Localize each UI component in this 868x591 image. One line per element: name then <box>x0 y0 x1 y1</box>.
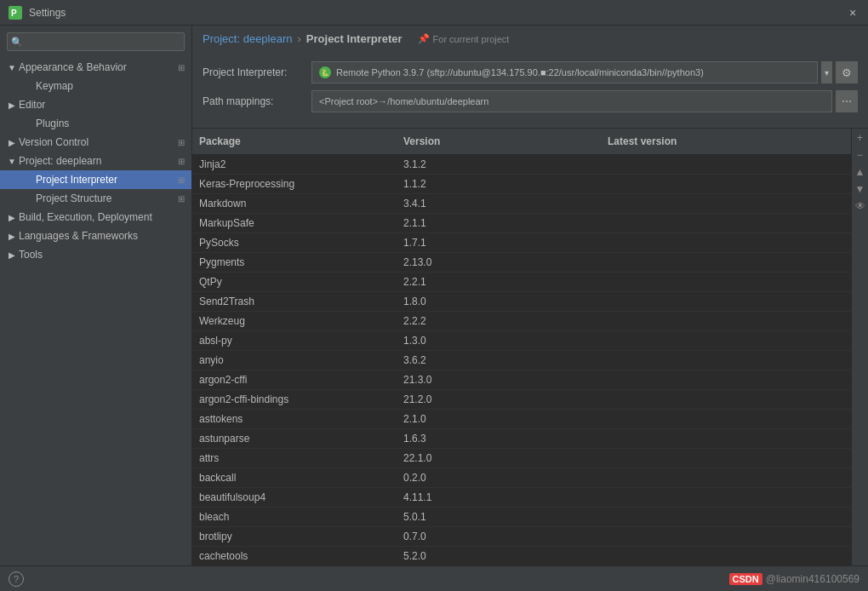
cell-latest <box>601 337 851 344</box>
sidebar-item-label: Project: deeplearn <box>19 155 174 167</box>
table-row[interactable]: Keras-Preprocessing 1.1.2 <box>192 175 868 194</box>
table-row[interactable]: Pygments 2.13.0 <box>192 253 868 273</box>
sidebar-item-languages[interactable]: ▶ Languages & Frameworks <box>0 227 191 245</box>
sidebar-item-project[interactable]: ▼ Project: deeplearn ⊞ <box>0 152 191 170</box>
cell-package: Pygments <box>192 253 397 272</box>
table-row[interactable]: absl-py 1.3.0 <box>192 331 868 351</box>
cell-version: 1.1.2 <box>397 175 601 193</box>
cell-package: Keras-Preprocessing <box>192 175 397 193</box>
table-row[interactable]: QtPy 2.2.1 <box>192 273 868 292</box>
for-current-text: For current project <box>433 34 510 44</box>
table-row[interactable]: backcall 0.2.0 <box>192 468 868 488</box>
cell-package: asttokens <box>192 410 397 428</box>
for-current-label: 📌 For current project <box>418 33 510 44</box>
table-row[interactable]: asttokens 2.1.0 <box>192 410 868 429</box>
table-row[interactable]: argon2-cffi 21.3.0 <box>192 370 868 390</box>
cell-latest <box>601 494 851 501</box>
sidebar-item-label: Project Structure <box>36 192 174 204</box>
cell-package: attrs <box>192 449 397 468</box>
cell-version: 3.1.2 <box>397 155 601 174</box>
cell-version: 3.4.1 <box>397 194 601 213</box>
search-box[interactable]: 🔍 <box>7 32 185 51</box>
sidebar-item-plugins[interactable]: Plugins <box>0 114 191 133</box>
cell-version: 2.13.0 <box>397 253 601 272</box>
close-button[interactable]: × <box>846 6 859 20</box>
cell-latest <box>601 181 851 187</box>
watermark-user: @liaomin416100569 <box>766 573 859 585</box>
content-area: Project: deeplearn › Project Interpreter… <box>192 26 868 565</box>
cell-package: Markdown <box>192 194 397 213</box>
table-row[interactable]: brotlipy 0.7.0 <box>192 527 868 547</box>
sidebar-item-project-interpreter[interactable]: Project Interpreter ⊞ <box>0 170 191 189</box>
scroll-down-button[interactable]: ▼ <box>853 181 868 197</box>
cell-version: 3.6.2 <box>397 351 601 370</box>
add-package-button[interactable]: + <box>853 130 868 146</box>
arrow-spacer <box>24 193 34 204</box>
interpreter-dropdown-button[interactable]: ▾ <box>821 61 832 83</box>
table-row[interactable]: beautifulsoup4 4.11.1 <box>192 488 868 508</box>
breadcrumb-project[interactable]: Project: deeplearn <box>203 32 293 45</box>
table-row[interactable]: Send2Trash 1.8.0 <box>192 292 868 312</box>
cell-latest <box>601 416 851 422</box>
cell-version: 22.1.0 <box>397 449 601 468</box>
cell-latest <box>601 376 851 383</box>
arrow-icon: ▶ <box>7 231 17 241</box>
arrow-spacer <box>24 81 34 91</box>
sidebar-item-version-control[interactable]: ▶ Version Control ⊞ <box>0 133 191 152</box>
table-row[interactable]: MarkupSafe 2.1.1 <box>192 214 868 233</box>
watermark: CSDN @liaomin416100569 <box>729 573 859 585</box>
cell-latest <box>601 455 851 462</box>
table-row[interactable]: Jinja2 3.1.2 <box>192 155 868 175</box>
sidebar-item-project-structure[interactable]: Project Structure ⊞ <box>0 189 191 208</box>
sidebar-item-label: Editor <box>19 99 185 111</box>
sidebar-item-build[interactable]: ▶ Build, Execution, Deployment <box>0 208 191 227</box>
path-mappings-value[interactable]: <Project root>→/home/ubuntu/deeplearn <box>311 90 832 112</box>
path-mappings-folder-button[interactable]: ⋯ <box>836 90 858 112</box>
cell-version: 1.7.1 <box>397 233 601 252</box>
svg-text:P: P <box>11 9 17 18</box>
table-row[interactable]: bleach 5.0.1 <box>192 508 868 527</box>
eye-button[interactable]: 👁 <box>853 198 868 214</box>
arrow-icon: ▶ <box>7 250 17 260</box>
cell-latest <box>601 200 851 207</box>
cell-version: 2.1.0 <box>397 410 601 428</box>
cell-package: Send2Trash <box>192 292 397 311</box>
table-row[interactable]: cachetools 5.2.0 <box>192 547 868 565</box>
cell-version: 1.6.3 <box>397 429 601 448</box>
remove-package-button[interactable]: − <box>853 147 868 163</box>
cell-version: 0.7.0 <box>397 527 601 546</box>
table-row[interactable]: argon2-cffi-bindings 21.2.0 <box>192 390 868 410</box>
cell-package: QtPy <box>192 273 397 291</box>
arrow-icon: ▶ <box>7 212 17 222</box>
table-row[interactable]: attrs 22.1.0 <box>192 449 868 468</box>
cell-version: 1.3.0 <box>397 331 601 350</box>
cell-latest <box>601 278 851 285</box>
breadcrumb: Project: deeplearn › Project Interpreter… <box>192 26 868 53</box>
table-row[interactable]: PySocks 1.7.1 <box>192 233 868 253</box>
interpreter-icon: 🐍 <box>319 66 331 78</box>
table-row[interactable]: Werkzeug 2.2.2 <box>192 312 868 331</box>
interpreter-select[interactable]: 🐍 Remote Python 3.9.7 (sftp://ubuntu@134… <box>311 61 818 83</box>
cell-package: absl-py <box>192 331 397 350</box>
table-row[interactable]: astunparse 1.6.3 <box>192 429 868 449</box>
cell-latest <box>601 259 851 266</box>
cell-package: Jinja2 <box>192 155 397 174</box>
scroll-up-button[interactable]: ▲ <box>853 164 868 180</box>
sidebar-item-editor[interactable]: ▶ Editor <box>0 95 191 114</box>
cell-latest <box>601 514 851 520</box>
sidebar-item-label: Tools <box>19 249 185 261</box>
help-button[interactable]: ? <box>9 571 24 587</box>
table-header: Package Version Latest version <box>192 129 868 155</box>
interpreter-gear-button[interactable]: ⚙ <box>836 61 858 83</box>
path-mappings-text: <Project root>→/home/ubuntu/deeplearn <box>319 96 488 106</box>
search-input[interactable] <box>7 32 185 51</box>
sidebar-item-keymap[interactable]: Keymap <box>0 77 191 95</box>
sidebar-item-appearance[interactable]: ▼ Appearance & Behavior ⊞ <box>0 58 191 77</box>
table-row[interactable]: anyio 3.6.2 <box>192 351 868 370</box>
sidebar-item-label: Project Interpreter <box>36 174 174 186</box>
sidebar-item-tools[interactable]: ▶ Tools <box>0 245 191 264</box>
table-row[interactable]: Markdown 3.4.1 <box>192 194 868 214</box>
cell-version: 2.2.1 <box>397 273 601 291</box>
arrow-spacer <box>24 118 34 129</box>
cell-version: 2.2.2 <box>397 312 601 330</box>
